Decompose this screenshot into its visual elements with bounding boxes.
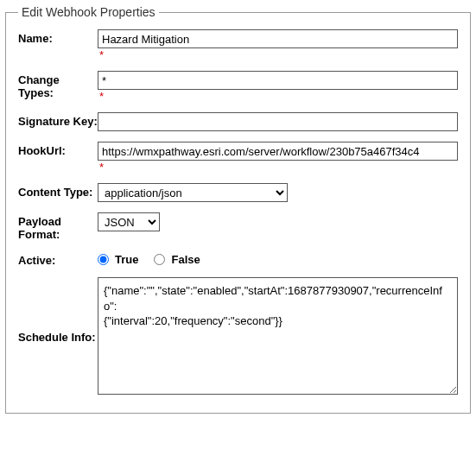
change-types-input[interactable] — [98, 71, 458, 90]
active-true-label: True — [115, 253, 138, 266]
row-schedule-info: Schedule Info: — [18, 277, 458, 397]
label-hook-url: HookUrl: — [18, 142, 98, 157]
label-payload-format: Payload Format: — [18, 212, 98, 241]
row-name: Name: * — [18, 29, 458, 60]
required-mark: * — [99, 161, 458, 173]
schedule-info-textarea[interactable] — [98, 277, 458, 395]
required-mark: * — [99, 49, 458, 60]
active-true-radio[interactable] — [98, 254, 109, 265]
field-name: * — [98, 29, 458, 60]
row-hook-url: HookUrl: * — [18, 142, 458, 173]
row-signature-key: Signature Key: — [18, 112, 458, 131]
field-active: True False — [98, 251, 458, 266]
field-hook-url: * — [98, 142, 458, 173]
label-content-type: Content Type: — [18, 183, 98, 199]
row-payload-format: Payload Format: JSON — [18, 212, 458, 241]
row-active: Active: True False — [18, 251, 458, 267]
field-change-types: * — [98, 71, 458, 102]
active-false-option[interactable]: False — [154, 253, 200, 266]
field-content-type: application/json — [98, 183, 458, 202]
signature-key-input[interactable] — [98, 112, 458, 131]
payload-format-select[interactable]: JSON — [98, 212, 160, 231]
label-schedule-info: Schedule Info: — [18, 277, 98, 397]
field-payload-format: JSON — [98, 212, 458, 231]
field-schedule-info — [98, 277, 458, 397]
active-true-option[interactable]: True — [98, 253, 138, 266]
label-active: Active: — [18, 251, 98, 267]
label-change-types: Change Types: — [18, 71, 98, 99]
content-type-select[interactable]: application/json — [98, 183, 288, 202]
hook-url-input[interactable] — [98, 142, 458, 161]
label-name: Name: — [18, 29, 98, 45]
required-mark: * — [99, 91, 458, 102]
edit-webhook-fieldset: Edit Webhook Properties Name: * Change T… — [5, 5, 471, 414]
label-signature-key: Signature Key: — [18, 112, 98, 128]
row-change-types: Change Types: * — [18, 71, 458, 102]
fieldset-legend: Edit Webhook Properties — [18, 5, 159, 19]
active-false-radio[interactable] — [154, 254, 165, 265]
row-content-type: Content Type: application/json — [18, 183, 458, 202]
name-input[interactable] — [98, 29, 458, 48]
active-false-label: False — [171, 253, 200, 266]
field-signature-key — [98, 112, 458, 131]
